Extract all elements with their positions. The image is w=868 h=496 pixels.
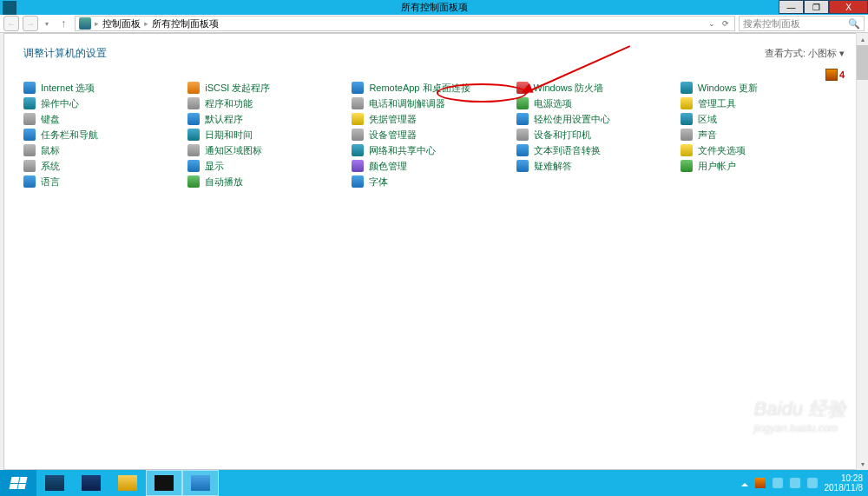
item-label[interactable]: 显示 [205,160,224,173]
flag-icon [825,69,838,81]
item-label[interactable]: 操作中心 [41,97,79,110]
control-panel-item[interactable]: 凭据管理器 [352,111,516,127]
control-panel-item[interactable]: 默认程序 [187,111,352,127]
notification-flag[interactable]: 4 [825,69,845,81]
item-label[interactable]: 设备管理器 [369,129,417,142]
tray-network-icon[interactable] [773,478,783,488]
item-label[interactable]: 通知区域图标 [205,144,262,157]
item-label[interactable]: 电话和调制解调器 [369,97,445,110]
control-panel-item[interactable]: 电话和调制解调器 [352,96,516,111]
item-label[interactable]: 系统 [41,160,60,173]
scroll-down-button[interactable]: ▾ [857,458,868,470]
item-label[interactable]: 颜色管理 [369,160,407,173]
control-panel-item[interactable]: 日期和时间 [187,127,352,142]
refresh-button[interactable]: ⟳ [720,19,731,28]
nav-back-button[interactable]: ← [3,16,19,31]
tray-overflow-button[interactable] [741,479,748,486]
item-label[interactable]: 用户帐户 [698,160,736,173]
item-label[interactable]: 声音 [698,129,717,142]
item-label[interactable]: 区域 [698,113,717,126]
taskbar-server-manager[interactable] [36,470,73,496]
control-panel-item[interactable]: 用户帐户 [681,158,845,174]
minimize-button[interactable]: — [779,0,804,14]
scroll-thumb[interactable] [857,45,868,80]
taskbar-powershell[interactable] [73,470,109,496]
control-panel-item[interactable]: 程序和功能 [187,96,352,111]
taskbar-control-panel[interactable] [182,470,219,496]
search-input[interactable]: 搜索控制面板 🔍 [739,16,865,31]
control-panel-item[interactable]: 管理工具 [681,96,845,111]
breadcrumb-root[interactable]: 控制面板 [102,17,141,30]
control-panel-item[interactable]: 操作中心 [23,96,187,111]
control-panel-item[interactable]: Windows 更新 [681,80,845,96]
control-panel-item[interactable]: 鼠标 [23,142,187,158]
control-panel-item[interactable]: 设备和打印机 [516,127,681,142]
item-label[interactable]: 设备和打印机 [534,129,591,142]
control-panel-item[interactable]: 电源选项 [516,96,681,111]
item-label[interactable]: 电源选项 [534,97,572,110]
control-panel-item[interactable]: Windows 防火墙 [516,80,681,96]
control-panel-item[interactable]: 文本到语音转换 [516,142,681,158]
item-label[interactable]: 语言 [41,175,60,188]
item-label[interactable]: 日期和时间 [205,129,253,142]
control-panel-item[interactable]: 网络和共享中心 [352,142,516,158]
control-panel-item[interactable]: 声音 [681,127,845,142]
item-label[interactable]: 程序和功能 [205,97,253,110]
tray-flag-icon[interactable] [755,478,766,488]
taskbar-explorer[interactable] [109,470,146,496]
control-panel-item[interactable]: 文件夹选项 [681,142,845,158]
control-panel-item[interactable]: 语言 [23,174,187,189]
control-panel-item[interactable]: 字体 [352,174,516,189]
control-panel-item[interactable]: 颜色管理 [352,158,516,174]
item-icon [352,160,364,172]
item-label[interactable]: 字体 [369,175,388,188]
close-button[interactable]: X [829,0,868,14]
nav-history-dropdown[interactable]: ▾ [42,20,52,28]
item-label[interactable]: Windows 防火墙 [534,82,604,95]
start-button[interactable] [0,470,36,496]
taskbar-clock[interactable]: 10:28 2018/11/8 [825,473,864,493]
tray-ime-icon[interactable] [807,478,818,488]
control-panel-item[interactable]: 区域 [681,111,845,127]
control-panel-item[interactable]: RemoteApp 和桌面连接 [352,80,516,96]
item-label[interactable]: 疑难解答 [534,160,572,173]
clock-date: 2018/11/8 [825,483,864,493]
item-label[interactable]: 默认程序 [205,113,243,126]
item-label[interactable]: 网络和共享中心 [369,144,436,157]
nav-forward-button[interactable]: → [23,16,38,31]
item-label[interactable]: 鼠标 [41,144,60,157]
view-by-selector[interactable]: 查看方式: 小图标 ▾ [765,47,845,60]
item-label[interactable]: RemoteApp 和桌面连接 [369,82,470,95]
address-dropdown-icon[interactable]: ⌄ [707,19,717,28]
address-bar[interactable]: ▸ 控制面板 ▸ 所有控制面板项 ⌄ ⟳ [75,16,735,31]
control-panel-item[interactable]: 显示 [187,158,352,174]
control-panel-item[interactable]: 通知区域图标 [187,142,352,158]
control-panel-item[interactable]: 轻松使用设置中心 [516,111,681,127]
control-panel-item[interactable]: 设备管理器 [352,127,516,142]
control-panel-item[interactable]: Internet 选项 [23,80,187,96]
vertical-scrollbar[interactable]: ▴ ▾ [856,33,868,470]
nav-up-button[interactable]: ↑ [56,16,71,31]
item-label[interactable]: 管理工具 [698,97,736,110]
item-label[interactable]: Windows 更新 [698,82,759,95]
control-panel-item[interactable]: iSCSI 发起程序 [187,80,352,96]
control-panel-item[interactable]: 自动播放 [187,174,352,189]
tray-volume-icon[interactable] [790,478,800,488]
control-panel-item[interactable]: 键盘 [23,111,187,127]
control-panel-item[interactable]: 任务栏和导航 [23,127,187,142]
item-label[interactable]: 文本到语音转换 [534,144,601,157]
item-label[interactable]: iSCSI 发起程序 [205,82,270,95]
item-label[interactable]: 键盘 [41,113,60,126]
control-panel-item[interactable]: 系统 [23,158,187,174]
item-label[interactable]: 凭据管理器 [369,113,417,126]
taskbar-cmd[interactable] [146,470,182,496]
breadcrumb-current[interactable]: 所有控制面板项 [152,17,219,30]
scroll-up-button[interactable]: ▴ [857,33,868,45]
control-panel-item[interactable]: 疑难解答 [516,158,681,174]
item-label[interactable]: Internet 选项 [41,82,95,95]
item-label[interactable]: 文件夹选项 [698,144,746,157]
maximize-button[interactable]: ❐ [804,0,829,14]
item-label[interactable]: 自动播放 [205,175,243,188]
item-label[interactable]: 轻松使用设置中心 [534,113,610,126]
item-label[interactable]: 任务栏和导航 [41,129,98,142]
